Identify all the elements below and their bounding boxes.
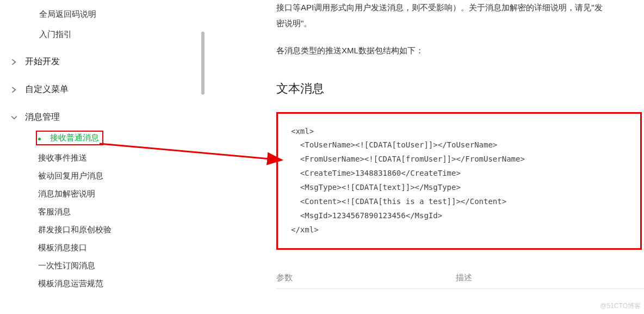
- nav-item-customer-service[interactable]: 客服消息: [38, 203, 207, 221]
- nav-label: 一次性订阅消息: [38, 261, 95, 271]
- scrollbar-track: [201, 0, 206, 314]
- nav-item-receive-normal-msg[interactable]: 接收普通消息: [38, 127, 207, 149]
- table-column-param: 参数: [276, 273, 456, 283]
- nav-label: 客服消息: [38, 207, 71, 217]
- intro-paragraph: 接口等API调用形式向用户发送消息，则不受影响）。关于消息加解密的详细说明，请见…: [276, 0, 644, 31]
- nav-item-template-ops[interactable]: 模板消息运营规范: [38, 275, 207, 293]
- nav-label: 消息管理: [25, 112, 60, 123]
- nav-label: 入门指引: [39, 29, 72, 40]
- nav-label: 自定义菜单: [25, 84, 69, 95]
- section-title-text-message: 文本消息: [276, 81, 644, 97]
- sidebar: 全局返回码说明 入门指引 开始开发 自定义菜单 消息管理: [0, 0, 207, 314]
- nav-item-passive-reply[interactable]: 被动回复用户消息: [38, 167, 207, 185]
- nav-section-message-mgmt[interactable]: 消息管理: [11, 108, 207, 127]
- nav-label: 模板消息接口: [38, 243, 87, 253]
- table-column-desc: 描述: [456, 273, 472, 283]
- nav-label: 全局返回码说明: [39, 9, 96, 20]
- nav-label: 被动回复用户消息: [38, 171, 103, 181]
- chevron-down-icon: [11, 114, 25, 121]
- nav-item-receive-event[interactable]: 接收事件推送: [38, 149, 207, 167]
- nav-item-template-msg[interactable]: 模板消息接口: [38, 239, 207, 257]
- watermark: @51CTO博客: [600, 301, 641, 311]
- chevron-right-icon: [11, 87, 25, 93]
- nav-label: 群发接口和原创校验: [38, 225, 112, 235]
- nav-item-global-return-code[interactable]: 全局返回码说明: [39, 4, 207, 24]
- main-content: 接口等API调用形式向用户发送消息，则不受影响）。关于消息加解密的详细说明，请见…: [207, 0, 644, 314]
- intro-line-1: 接口等API调用形式向用户发送消息，则不受影响）。关于消息加解密的详细说明，请见…: [276, 3, 603, 12]
- nav-item-one-time-subscribe[interactable]: 一次性订阅消息: [38, 257, 207, 275]
- nav-item-encrypt-explain[interactable]: 消息加解密说明: [38, 185, 207, 203]
- xml-code-block: <xml> <ToUserName><![CDATA[toUser]]></To…: [276, 112, 642, 250]
- chevron-right-icon: [11, 59, 25, 65]
- nav-label: 模板消息运营规范: [38, 279, 103, 289]
- intro-xml-line: 各消息类型的推送XML数据包结构如下：: [276, 43, 644, 59]
- nav-section-start-dev[interactable]: 开始开发: [11, 52, 207, 71]
- scrollbar-thumb[interactable]: [201, 32, 205, 95]
- nav-section-custom-menu[interactable]: 自定义菜单: [11, 80, 207, 99]
- nav-label: 接收事件推送: [38, 153, 87, 163]
- intro-line-2: 密说明"。: [276, 19, 312, 28]
- nav-label: 开始开发: [25, 56, 60, 67]
- nav-label: 接收普通消息: [50, 133, 99, 142]
- nav-label: 消息加解密说明: [38, 189, 95, 199]
- nav-item-getting-started[interactable]: 入门指引: [39, 24, 207, 45]
- nav-item-mass-send[interactable]: 群发接口和原创校验: [38, 221, 207, 239]
- bullet-icon: [38, 138, 48, 140]
- param-table-header: 参数 描述: [276, 273, 644, 289]
